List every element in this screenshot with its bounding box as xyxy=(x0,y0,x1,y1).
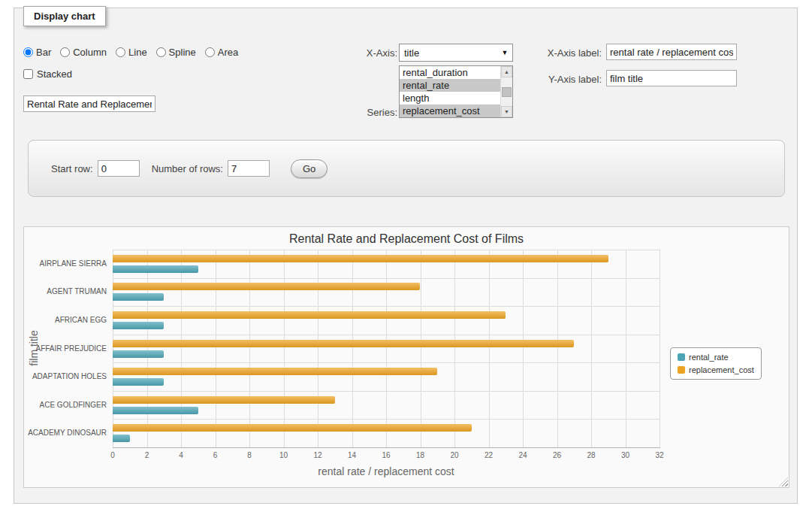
number-of-rows-label: Number of rows: xyxy=(152,163,223,174)
scrollbar-thumb[interactable] xyxy=(502,87,512,97)
y-axis-label-field-label: Y-Axis label: xyxy=(533,74,602,85)
gridline-vertical xyxy=(181,250,182,447)
gridline-vertical xyxy=(489,250,490,447)
start-row-input[interactable] xyxy=(98,160,140,177)
display-chart-panel: Display chart BarColumnLineSplineArea St… xyxy=(14,8,798,504)
start-row-label: Start row: xyxy=(51,163,93,174)
chart-type-option-bar[interactable]: Bar xyxy=(23,47,51,58)
x-tick-label: 10 xyxy=(279,451,288,459)
series-option-rental_duration[interactable]: rental_duration xyxy=(400,66,500,79)
x-tick-label: 6 xyxy=(213,451,218,459)
x-tick-label: 18 xyxy=(416,451,424,459)
bar-rental_rate xyxy=(113,407,198,414)
x-tick-label: 26 xyxy=(553,451,561,459)
x-axis-field-label: X-Axis: xyxy=(345,47,397,59)
gridline-horizontal xyxy=(113,419,660,420)
series-options: rental_durationrental_ratelengthreplacem… xyxy=(400,66,500,117)
stacked-label: Stacked xyxy=(37,68,72,80)
gridline-vertical xyxy=(454,250,455,447)
panel-title: Display chart xyxy=(23,6,106,26)
x-axis-select[interactable]: title ▼ xyxy=(399,44,513,62)
series-option-length[interactable]: length xyxy=(400,92,500,105)
chart-type-label-column: Column xyxy=(73,47,107,58)
gridline-vertical xyxy=(557,250,558,447)
category-label: AFRICAN EGG xyxy=(24,316,107,324)
gridline-horizontal xyxy=(113,278,660,279)
x-tick-label: 2 xyxy=(145,451,149,459)
legend-swatch-icon xyxy=(678,353,685,361)
x-tick-label: 12 xyxy=(313,451,321,459)
chart-type-radio-area[interactable] xyxy=(205,47,215,57)
gridline-horizontal xyxy=(113,335,660,335)
legend-label: replacement_cost xyxy=(689,365,754,374)
stacked-checkbox[interactable] xyxy=(23,69,33,79)
chart-type-label-bar: Bar xyxy=(36,47,51,58)
chart-type-label-spline: Spline xyxy=(169,47,196,58)
chart-type-option-spline[interactable]: Spline xyxy=(156,47,196,58)
chart-area: Rental Rate and Replacement Cost of Film… xyxy=(23,226,789,488)
gridline-vertical xyxy=(113,250,113,447)
gridline-vertical xyxy=(591,250,592,447)
x-tick-label: 8 xyxy=(247,451,252,459)
bar-rental_rate xyxy=(113,265,198,273)
x-axis-title: rental rate / replacement cost xyxy=(113,465,660,477)
bar-replacement_cost xyxy=(113,368,437,375)
category-label: AGENT TRUMAN xyxy=(24,287,107,295)
chevron-down-icon: ▼ xyxy=(497,49,512,56)
chart-legend: rental_ratereplacement_cost xyxy=(670,347,762,380)
category-label: AIRPLANE SIERRA xyxy=(24,259,107,268)
x-tick-label: 16 xyxy=(382,451,390,459)
go-button[interactable]: Go xyxy=(291,159,328,178)
x-axis-label-input[interactable] xyxy=(606,44,737,60)
x-axis-selected-value: title xyxy=(400,47,497,59)
chart-type-label-area: Area xyxy=(218,47,238,58)
plot-area xyxy=(113,250,660,447)
bar-replacement_cost xyxy=(113,311,506,319)
series-field-label: Series: xyxy=(345,107,397,118)
x-tick-label: 14 xyxy=(348,451,356,459)
chart-type-option-line[interactable]: Line xyxy=(116,47,147,58)
gridline-vertical xyxy=(421,250,421,447)
gridline-horizontal xyxy=(113,391,660,392)
chart-title-input[interactable] xyxy=(23,95,155,112)
x-tick-label: 30 xyxy=(621,451,629,459)
series-scrollbar[interactable]: ▲ ▼ xyxy=(500,66,512,117)
x-tick-label: 28 xyxy=(587,451,595,459)
number-of-rows-input[interactable] xyxy=(228,160,270,177)
scrollbar-track[interactable] xyxy=(501,77,512,106)
x-axis-label-field-label: X-Axis label: xyxy=(533,47,602,59)
x-axis-line xyxy=(113,447,660,448)
chart-type-radio-spline[interactable] xyxy=(156,47,166,57)
legend-swatch-icon xyxy=(678,366,685,374)
category-label: AFFAIR PREJUDICE xyxy=(24,344,107,353)
gridline-horizontal xyxy=(113,250,660,250)
y-axis-label-input[interactable] xyxy=(606,70,737,86)
category-label: ACE GOLDFINGER xyxy=(24,401,107,409)
chart-type-option-area[interactable]: Area xyxy=(205,47,238,58)
gridline-vertical xyxy=(147,250,148,447)
scroll-up-icon[interactable]: ▲ xyxy=(501,66,512,77)
gridline-vertical xyxy=(626,250,626,447)
x-tick-label: 4 xyxy=(179,451,183,459)
bar-rental_rate xyxy=(113,435,130,442)
chart-type-option-column[interactable]: Column xyxy=(60,47,107,58)
x-tick-label: 24 xyxy=(518,451,527,459)
resize-handle-icon[interactable] xyxy=(779,477,788,486)
scroll-down-icon[interactable]: ▼ xyxy=(501,106,512,117)
bar-replacement_cost xyxy=(113,283,420,290)
bar-rental_rate xyxy=(113,350,164,358)
series-option-replacement_cost[interactable]: replacement_cost xyxy=(400,105,500,117)
chart-type-radio-column[interactable] xyxy=(60,47,70,57)
legend-label: rental_rate xyxy=(689,353,729,362)
legend-item-rental_rate[interactable]: rental_rate xyxy=(678,353,754,362)
bar-replacement_cost xyxy=(113,340,574,347)
series-option-rental_rate[interactable]: rental_rate xyxy=(400,79,500,92)
bar-rental_rate xyxy=(113,378,164,386)
stacked-option[interactable]: Stacked xyxy=(23,68,72,80)
chart-type-radio-line[interactable] xyxy=(116,47,125,57)
legend-item-replacement_cost[interactable]: replacement_cost xyxy=(678,365,754,374)
bar-rental_rate xyxy=(113,293,164,301)
x-tick-label: 22 xyxy=(484,451,493,459)
series-multiselect[interactable]: rental_durationrental_ratelengthreplacem… xyxy=(399,65,513,118)
chart-type-radio-bar[interactable] xyxy=(23,47,33,57)
